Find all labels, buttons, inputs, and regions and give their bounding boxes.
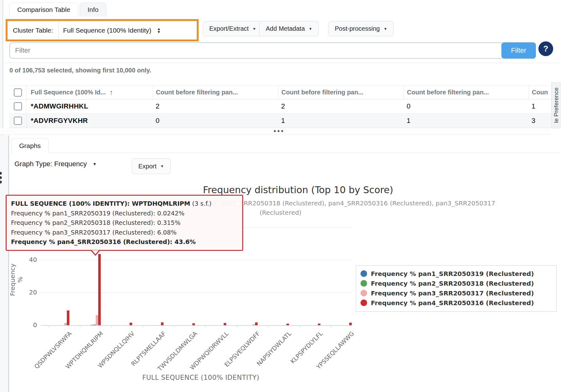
cluster-table-selected-value: Full Sequence (100% Identity)	[63, 27, 151, 34]
bar-QSDPWLVSRWFA[interactable]	[64, 323, 67, 325]
bar-WPTDHQMLRIPM[interactable]	[96, 315, 98, 325]
tooltip-pointer	[92, 250, 99, 254]
count-cell: 1	[278, 114, 404, 128]
gridline	[41, 293, 351, 293]
chart-legend: Frequency % pan1_SRR2050319 (Reclustered…	[356, 265, 557, 312]
graph-type-dropdown[interactable]: Graph Type: Frequency ▼	[14, 160, 97, 168]
select-all-cell	[9, 86, 27, 99]
select-all-checkbox[interactable]	[14, 88, 22, 97]
tab-info[interactable]: Info	[80, 3, 106, 17]
legend-item[interactable]: Frequency % pan1_SRR2050319 (Reclustered…	[361, 269, 556, 278]
bar-WPSDNQLLQIHV[interactable]	[130, 323, 132, 325]
x-axis-line	[41, 325, 351, 326]
bar-YPSSEQLLAWWG[interactable]	[349, 323, 352, 325]
bar-NAPSIYDWLATL[interactable]	[286, 324, 289, 325]
bar-WPTDHQMLRIPM[interactable]	[91, 325, 93, 325]
bar-KLPSPYDLYLFL[interactable]	[318, 324, 320, 325]
count-cell: 2	[278, 99, 404, 113]
count-cell: 3	[529, 114, 551, 128]
sort-ascending-icon[interactable]: ↑	[110, 88, 113, 97]
table-preferences-side-tab[interactable]: le Preference	[551, 82, 561, 128]
count-cell: 2	[153, 99, 278, 113]
app-window: Comparison Table Info Cluster Table: Ful…	[0, 0, 561, 392]
sequence-cell: *ADVRFGYVKHR	[27, 114, 153, 128]
panel-drag-handle-icon[interactable]	[0, 172, 3, 185]
help-button[interactable]: ?	[538, 41, 553, 56]
header-count-3[interactable]: Count before filtering pan...	[404, 86, 529, 99]
tab-graphs[interactable]: Graphs	[11, 138, 49, 153]
row-checkbox[interactable]	[14, 117, 22, 125]
tooltip-title: FULL SEQUENCE (100% IDENTITY): WPTDHQMLR…	[11, 200, 190, 207]
bar-RLPTSMELLAAF[interactable]	[161, 322, 163, 325]
x-tick	[268, 326, 269, 328]
x-category-label: KLPSPYDLYLFL	[289, 330, 324, 365]
row-checkbox[interactable]	[14, 102, 22, 110]
chart-tooltip: FULL SEQUENCE (100% IDENTITY): WPTDHQMLR…	[6, 195, 243, 251]
tooltip-line-highlighted: Frequency % pan4_SRR2050316 (Reclustered…	[11, 237, 238, 247]
x-tick	[49, 326, 49, 328]
x-axis-title: FULL SEQUENCE (100% IDENTITY)	[100, 374, 301, 381]
cluster-table-highlight-box: Cluster Table: Full Sequence (100% Ident…	[6, 19, 199, 41]
chart-title: Frequency distribution (Top 10 by Score)	[49, 184, 548, 195]
x-tick	[331, 326, 331, 328]
x-tick	[111, 326, 112, 328]
y-tick-label: 0	[19, 321, 37, 329]
legend-label: Frequency % pan4_SRR2050316 (Reclustered…	[371, 299, 534, 307]
divider	[4, 63, 561, 63]
legend-marker-icon	[361, 270, 367, 277]
legend-marker-icon	[361, 299, 367, 306]
x-tick	[143, 326, 143, 328]
export-extract-label: Export/Extract	[209, 25, 249, 32]
tooltip-title-suffix: (3 s.f.)	[190, 200, 211, 207]
add-metadata-label: Add Metadata	[266, 25, 305, 32]
legend-marker-icon	[361, 290, 367, 296]
tooltip-line: Frequency % pan1_SRR2050319 (Reclustered…	[11, 209, 238, 219]
divider	[10, 153, 561, 153]
filter-input[interactable]	[9, 42, 505, 59]
cluster-table-label: Cluster Table:	[8, 21, 58, 40]
tooltip-line: Frequency % pan3_SRR2050317 (Reclustered…	[11, 228, 238, 238]
cluster-table-select[interactable]: Full Sequence (100% Identity) ▲▼	[58, 21, 197, 40]
filter-button[interactable]: Filter	[501, 42, 536, 59]
post-processing-button[interactable]: Post-processing ▼	[328, 21, 394, 36]
add-metadata-button[interactable]: Add Metadata ▼	[259, 21, 319, 36]
left-gutter-top	[0, 0, 3, 135]
y-tick-label: 40	[19, 256, 37, 263]
table-row[interactable]: *ADVRFGYVKHR 0 1 1 3	[9, 114, 551, 128]
export-extract-button[interactable]: Export/Extract ▼	[203, 21, 263, 36]
bar-TWVSDLDMWLGA[interactable]	[192, 323, 195, 325]
chevron-down-icon: ▼	[93, 162, 97, 167]
count-cell: 0	[153, 114, 278, 128]
header-count-2[interactable]: Count before filtering pan...	[278, 86, 404, 99]
legend-item[interactable]: Frequency % pan4_SRR2050316 (Reclustered…	[361, 298, 556, 308]
legend-label: Frequency % pan2_SRR2050318 (Reclustered…	[371, 280, 534, 287]
legend-marker-icon	[361, 280, 367, 287]
x-category-label: NAPSIYDWLATL	[255, 330, 293, 367]
count-cell: 0	[404, 99, 529, 113]
row-check-cell	[9, 114, 27, 128]
header-full-sequence[interactable]: Full Sequence (100% Id... ↑	[27, 86, 153, 99]
bar-QSDPWLVSRWFA[interactable]	[67, 310, 69, 325]
bar-WPTDHQMLRIPM[interactable]	[93, 325, 96, 325]
y-tick-label: 20	[19, 289, 37, 296]
count-cell: 1	[529, 99, 551, 113]
panel-resize-handle[interactable]: •••	[0, 128, 551, 135]
graph-export-button[interactable]: Export ▼	[132, 158, 171, 174]
graph-type-label: Graph Type: Frequency	[14, 160, 87, 168]
tab-comparison-table[interactable]: Comparison Table	[9, 3, 78, 17]
bar-WPTDHQMLRIPM[interactable]	[98, 254, 101, 325]
legend-item[interactable]: Frequency % pan2_SRR2050318 (Reclustered…	[361, 278, 556, 288]
legend-item[interactable]: Frequency % pan3_SRR2050317 (Reclustered…	[361, 288, 556, 298]
bar-ELPSVEQLWDFF[interactable]	[255, 322, 258, 325]
header-count-4[interactable]: Coun	[529, 86, 551, 99]
bar-ELPSVEQLWDFF[interactable]	[253, 324, 255, 325]
header-count-1[interactable]: Count before filtering pan...	[153, 86, 278, 99]
chevron-down-icon: ▼	[160, 164, 164, 168]
comparison-table: Full Sequence (100% Id... ↑ Count before…	[9, 85, 551, 128]
x-tick	[237, 326, 237, 328]
bar-WDPWQIDRWVLL[interactable]	[224, 323, 226, 325]
table-row[interactable]: *ADMWGIRHHKL 2 2 0 1	[9, 99, 551, 114]
selection-status-text: 0 of 106,753 selected, showing first 10,…	[9, 67, 151, 74]
legend-label: Frequency % pan1_SRR2050319 (Reclustered…	[371, 270, 534, 278]
count-cell: 1	[404, 114, 529, 128]
